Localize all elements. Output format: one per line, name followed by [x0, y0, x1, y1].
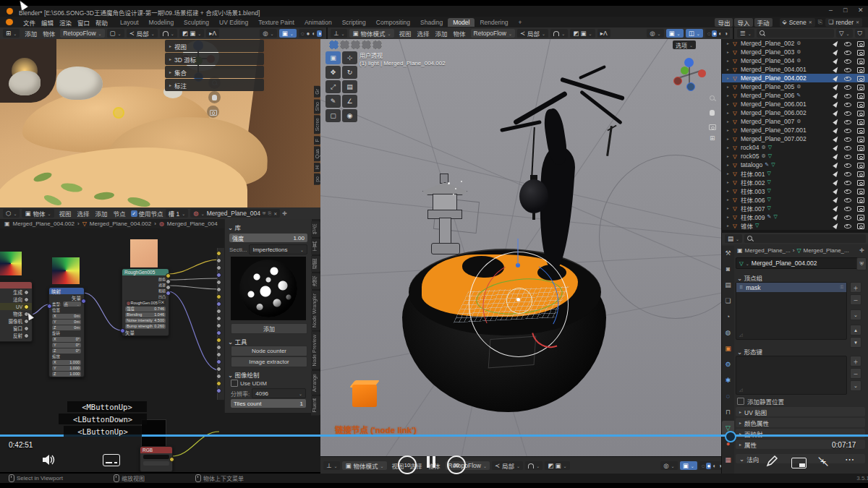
render-camera-icon[interactable] [857, 213, 864, 221]
tool-7[interactable]: ∠ [342, 95, 357, 108]
clipped-node-socket[interactable] [216, 338, 221, 343]
workspace-tab-UV Editing[interactable]: UV Editing [214, 18, 253, 27]
snap-toggle[interactable]: ⌄ [550, 29, 568, 38]
render-camera-icon[interactable] [857, 40, 864, 47]
resize-grip[interactable]: ◿ [739, 387, 743, 392]
selectable-icon[interactable] [833, 161, 840, 168]
visibility-eye-icon[interactable] [844, 196, 851, 203]
vector-input-socket[interactable] [120, 328, 125, 333]
outliner-row[interactable]: ▸▽Merged_Plane_006.002 [722, 108, 868, 117]
expand-arrow-icon[interactable]: ▸ [727, 67, 733, 72]
clipped-node-socket[interactable] [216, 330, 221, 335]
selectable-icon[interactable] [833, 196, 840, 203]
scene-selector[interactable]: ⬙Scene✕ [780, 18, 815, 27]
retopoflow-menu[interactable]: RetopoFlow⌄ [471, 29, 515, 38]
new-scene-icon[interactable]: ⎘ [818, 19, 822, 26]
properties-tab-texture[interactable]: ▦ [722, 453, 734, 467]
workspace-tab-Sculpting[interactable]: Sculpting [179, 18, 214, 27]
clipped-node-socket[interactable] [216, 273, 221, 278]
workspace-tab-Rendering[interactable]: Rendering [475, 18, 513, 27]
tool-5[interactable]: ▤ [342, 80, 357, 93]
properties-tab-constraints[interactable]: ⊓ [722, 405, 734, 419]
remove-shape-key-button[interactable]: － [850, 368, 861, 379]
section-面映射[interactable]: ▸面映射 [736, 429, 865, 438]
pipeline-button-导入[interactable]: 导入 [734, 18, 752, 27]
visibility-eye-icon[interactable] [844, 92, 851, 99]
object-data-name-field[interactable]: ▽⌄ Merged_Plane_004.002 [736, 257, 861, 269]
maximize-button[interactable]: □ [843, 7, 847, 14]
resolution-dropdown[interactable]: 4096⌄ [252, 388, 306, 398]
shading-mode-1[interactable]: ● [706, 463, 711, 469]
pan-hand-icon[interactable] [710, 106, 715, 119]
visibility-eye-icon[interactable] [844, 153, 851, 160]
render-camera-icon[interactable] [857, 109, 864, 116]
center-viewport-menu-添加[interactable]: 添加 [433, 29, 451, 38]
menu-渲染[interactable]: 渲染 [56, 18, 75, 27]
output-socket[interactable] [24, 304, 29, 309]
editor-type-icon[interactable]: ☰⌄ [737, 29, 754, 38]
clipped-node-socket[interactable] [216, 359, 221, 364]
expand-arrow-icon[interactable]: ▸ [727, 111, 733, 115]
selectable-icon[interactable] [833, 187, 840, 194]
remove-vertex-group-button[interactable]: － [850, 294, 861, 305]
properties-tab-physics[interactable]: ◌ [722, 389, 734, 403]
value-field[interactable]: Y0° [52, 343, 81, 348]
shading-mode-3[interactable]: ◑ [317, 30, 322, 37]
expand-arrow-icon[interactable]: ▸ [727, 154, 733, 158]
properties-search-input[interactable] [744, 234, 866, 243]
add-vertex-group-button[interactable]: ＋ [850, 282, 861, 293]
render-camera-icon[interactable] [857, 170, 864, 177]
visibility-eye-icon[interactable] [844, 66, 851, 73]
transform-orientation[interactable]: ≺ 局部⌄ [127, 29, 158, 38]
panel-row-标注[interactable]: ▸标注 [165, 79, 264, 91]
selectable-icon[interactable] [833, 205, 840, 212]
mapping-value-row[interactable]: Y0m [49, 319, 84, 325]
properties-tab-view-layer[interactable]: ❏ [722, 294, 734, 308]
left-viewport-menu-物体[interactable]: 物体 [40, 29, 58, 38]
select-mode-2[interactable] [351, 40, 360, 49]
param-slider[interactable]: Bump strength0.260 [125, 324, 166, 329]
vertex-group-item[interactable]: ⠿ mask ⚿ [736, 283, 846, 292]
left-viewport-menu-添加[interactable]: 添加 [22, 29, 40, 38]
visibility-eye-icon[interactable] [844, 135, 851, 142]
expand-arrow-icon[interactable]: ▸ [727, 76, 733, 80]
clipped-node-socket[interactable] [216, 251, 221, 256]
mapping-value-row[interactable]: X0m [49, 313, 84, 319]
tool-4[interactable]: ⤢ [326, 80, 341, 93]
expand-arrow-icon[interactable]: ▸ [727, 145, 733, 150]
strength-slider[interactable]: 强度1.00 [229, 234, 307, 242]
panel-row-集合[interactable]: ▸集合 [165, 66, 264, 78]
selectable-icon[interactable] [833, 83, 840, 90]
transform-orientation[interactable]: ≺ 局部⌄ [517, 29, 548, 38]
sidebar-tab-Scree[interactable]: Scree [314, 115, 320, 134]
rgb-node[interactable]: RGB [140, 446, 173, 472]
view-layer-selector[interactable]: ❏render✕ [825, 18, 862, 27]
menu-帮助[interactable]: 帮助 [93, 18, 111, 27]
clipped-node-socket[interactable] [216, 280, 221, 285]
shape-key-specials-button[interactable]: ⌄ [850, 380, 861, 391]
pause-button[interactable] [427, 456, 435, 468]
texture-coordinate-node[interactable]: 生成法向UV物体摄像机窗口反射 [0, 281, 33, 342]
shading-mode-0[interactable]: ◌ [300, 30, 305, 37]
expand-arrow-icon[interactable]: ▸ [727, 171, 733, 176]
outliner-row[interactable]: ▸▽Merged_Plane_007.001 [722, 126, 868, 134]
selectable-icon[interactable] [833, 57, 840, 64]
menu-文件[interactable]: 文件 [20, 18, 38, 27]
proportional-edit[interactable]: ◩ ▣⌄ [545, 461, 569, 470]
value-field[interactable]: Z0m [52, 325, 81, 330]
clipped-node-socket[interactable] [216, 294, 221, 299]
expand-arrow-icon[interactable]: ▸ [727, 180, 733, 184]
move-up-button[interactable]: ▴ [850, 325, 861, 335]
outliner-row[interactable]: ▸▽tatalogo✎▽ [722, 160, 868, 169]
rest-position-checkbox[interactable]: 添加静置位置 [737, 397, 784, 406]
visibility-eye-icon[interactable] [844, 74, 851, 82]
properties-tab-modifiers[interactable]: ⚙ [722, 357, 734, 372]
mapping-value-row[interactable]: X0° [49, 336, 84, 342]
properties-tab-particles[interactable]: ✱ [722, 373, 734, 388]
overlays-toggle[interactable]: ◎⌄ [660, 461, 677, 470]
tool-0[interactable]: ▣ [326, 51, 341, 64]
mapping-value-row[interactable]: Z0m [49, 325, 84, 330]
close-button[interactable]: ✕ [858, 7, 864, 14]
workspace-tab-Animation[interactable]: Animation [299, 18, 337, 27]
editor-type-icon[interactable]: ⊞⌄ [3, 29, 20, 38]
